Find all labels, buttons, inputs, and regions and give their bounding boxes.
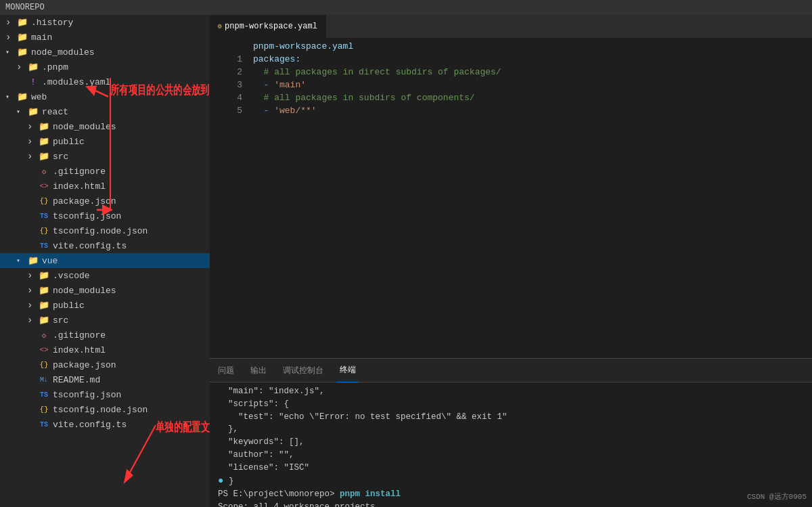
file-icon-git: ◇	[38, 330, 50, 340]
sidebar-item-vue-tsconfig-json[interactable]: TStsconfig.json	[0, 387, 210, 402]
sidebar-item-react-src[interactable]: 📁src	[0, 149, 210, 164]
sidebar-label-main: main	[31, 32, 52, 43]
file-icon-folder-expanded: 📁	[27, 106, 39, 117]
line-content: # all packages in direct subdirs of pack…	[253, 67, 501, 77]
svg-line-5	[125, 425, 156, 481]
file-icon-json: {}	[38, 359, 50, 370]
sidebar-label-react-vite-config: vite.config.ts	[53, 241, 127, 251]
sidebar-item-vue-vscode[interactable]: 📁.vscode	[0, 268, 210, 283]
sidebar-label-react-index-html: index.html	[53, 181, 106, 192]
sidebar-label-vue-tsconfig-json: tsconfig.json	[53, 390, 121, 400]
sidebar-item-react-vite-config[interactable]: TSvite.config.ts	[0, 238, 210, 253]
sidebar-item-history[interactable]: 📁.history	[0, 15, 210, 30]
line-number: 3	[215, 80, 242, 90]
sidebar-item-vue-gitignore[interactable]: ◇.gitignore	[0, 328, 210, 343]
sidebar-item-react-package-json[interactable]: {}package.json	[0, 194, 210, 208]
file-icon-folder-expanded: 📁	[16, 91, 28, 102]
sidebar-item-react-tsconfig-node[interactable]: {}tsconfig.node.json	[0, 223, 210, 238]
terminal-line: "keywords": [],	[218, 436, 804, 449]
sidebar-item-node_modules[interactable]: 📁node_modules	[0, 45, 210, 60]
sidebar-item-vue-public[interactable]: 📁public	[0, 298, 210, 313]
code-line: 5 - 'web/**'	[210, 106, 812, 118]
line-number: 5	[215, 106, 242, 116]
sidebar-item-react-public[interactable]: 📁public	[0, 134, 210, 149]
sidebar-item-vue-vite-config[interactable]: TSvite.config.ts	[0, 417, 210, 432]
window-title: MONOREPO	[5, 3, 45, 12]
file-icon-folder-collapsed: 📁	[16, 32, 28, 43]
sidebar-item-react-gitignore[interactable]: ◇.gitignore	[0, 164, 210, 179]
sidebar-label-react-src: src	[53, 152, 68, 162]
terminal-line: ● }	[218, 474, 804, 488]
terminal-line: PS E:\project\monorepo> pnpm install	[218, 488, 804, 501]
sidebar-label-react-tsconfig-node: tsconfig.node.json	[53, 226, 148, 236]
sidebar-label-vue-readme: README.md	[53, 375, 100, 385]
arrow-icon	[5, 93, 16, 101]
arrow-icon	[27, 136, 38, 147]
line-content: packages:	[253, 54, 300, 64]
file-icon-folder-collapsed: 📁	[38, 300, 50, 311]
panel-tab-problems[interactable]: 问题	[215, 359, 237, 382]
arrow-icon	[27, 151, 38, 162]
sidebar-item-vue-index-html[interactable]: <>index.html	[0, 343, 210, 357]
file-icon-json: {}	[38, 196, 50, 206]
file-icon-git: ◇	[38, 166, 50, 177]
line-content: - 'web/**'	[253, 106, 317, 116]
sidebar-item-react-node_modules[interactable]: 📁node_modules	[0, 119, 210, 134]
terminal-line: "test": "echo \"Error: no test specified…	[218, 411, 804, 424]
code-line: 2 # all packages in direct subdirs of pa…	[210, 67, 812, 80]
arrow-icon	[16, 108, 27, 116]
watermark: CSDN @远方0905	[747, 491, 807, 502]
terminal-line: Scope: all 4 workspace projects	[218, 501, 804, 507]
panel-tab-output[interactable]: 输出	[248, 359, 269, 382]
sidebar-label-vue-index-html: index.html	[53, 345, 106, 355]
sidebar-label-vue-src: src	[53, 315, 68, 326]
sidebar-label-vue-tsconfig-node: tsconfig.node.json	[53, 405, 148, 415]
sidebar-item-react[interactable]: 📁react	[0, 104, 210, 119]
sidebar-item-modules-yaml[interactable]: !.modules.yaml	[0, 74, 210, 89]
sidebar-items-container: 📁.history📁main📁node_modules📁.pnpm!.modul…	[0, 15, 210, 432]
line-number: 1	[215, 54, 242, 64]
terminal-content: "main": "index.js", "scripts": { "test":…	[210, 382, 812, 507]
panel: 问题输出调试控制台终端 "main": "index.js", "scripts…	[210, 358, 812, 507]
sidebar-item-vue-node_modules[interactable]: 📁node_modules	[0, 283, 210, 298]
terminal-line: "main": "index.js",	[218, 385, 804, 398]
file-icon-folder-collapsed: 📁	[38, 151, 50, 162]
sidebar-item-vue-tsconfig-node[interactable]: {}tsconfig.node.json	[0, 402, 210, 417]
code-line: 1packages:	[210, 54, 812, 67]
editor-tab-yaml[interactable]: ⚙ pnpm-workspace.yaml	[210, 15, 326, 38]
sidebar-item-vue[interactable]: 📁vue	[0, 253, 210, 268]
sidebar-label-react-gitignore: .gitignore	[53, 167, 106, 177]
file-icon-folder-collapsed: 📁	[38, 285, 50, 296]
arrow-icon	[27, 285, 38, 296]
panel-tab-terminal[interactable]: 终端	[337, 359, 359, 382]
sidebar-item-vue-readme[interactable]: M↓README.md	[0, 372, 210, 387]
sidebar-item-pnpm[interactable]: 📁.pnpm	[0, 60, 210, 74]
file-icon-html: <>	[38, 181, 50, 192]
file-icon-md: M↓	[38, 374, 50, 385]
code-line: 3 - 'main'	[210, 80, 812, 93]
sidebar-item-vue-package-json[interactable]: {}package.json	[0, 357, 210, 372]
sidebar-label-modules-yaml: .modules.yaml	[42, 77, 110, 87]
panel-tab-debug-console[interactable]: 调试控制台	[280, 359, 326, 382]
top-bar: MONOREPO	[0, 0, 812, 15]
main-container: 📁.history📁main📁node_modules📁.pnpm!.modul…	[0, 15, 812, 507]
line-number: 4	[215, 93, 242, 103]
sidebar-item-web[interactable]: 📁web	[0, 89, 210, 104]
file-icon-folder-collapsed: 📁	[38, 270, 50, 281]
file-icon-folder-collapsed: 📁	[38, 315, 50, 326]
sidebar-label-vue-package-json: package.json	[53, 360, 116, 370]
sidebar-label-react: react	[42, 107, 68, 117]
file-icon-html: <>	[38, 345, 50, 355]
tab-label-yaml: pnpm-workspace.yaml	[225, 22, 317, 31]
sidebar-item-react-tsconfig-json[interactable]: TStsconfig.json	[0, 208, 210, 223]
sidebar-label-vue: vue	[42, 256, 58, 266]
panel-tab-bar: 问题输出调试控制台终端	[210, 359, 812, 382]
file-icon-ts: TS	[38, 240, 50, 251]
terminal-line: },	[218, 423, 804, 436]
sidebar-item-vue-src[interactable]: 📁src	[0, 313, 210, 328]
code-filename: pnpm-workspace.yaml	[210, 41, 812, 54]
arrow-icon	[27, 121, 38, 132]
sidebar-item-main[interactable]: 📁main	[0, 30, 210, 45]
sidebar-item-react-index-html[interactable]: <>index.html	[0, 179, 210, 194]
terminal-line: "author": "",	[218, 449, 804, 462]
